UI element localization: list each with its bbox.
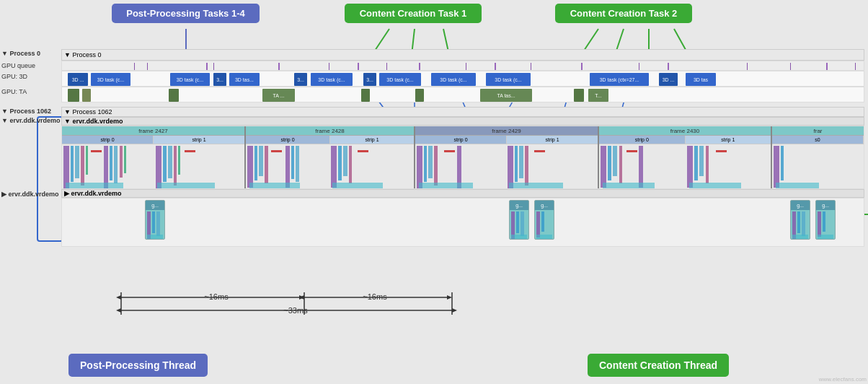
frame-2429: frame 2429 strip 0 strip 1 [415,126,599,189]
svg-marker-28 [116,295,121,300]
process1062-label: ▼ Process 1062 [1,108,51,115]
post-processing-label: Post-Processing Tasks 1-4 [112,4,260,23]
process0-header: ▼ Process 0 [61,49,864,61]
process1062-header: ▼ Process 1062 [61,107,864,117]
gpu-ta-label: GPU: TA [1,88,27,95]
measurement-33ms: ~33ms [249,306,342,315]
vrdemo-top-content: frame 2427 strip 0 strip 1 [61,126,864,189]
svg-marker-32 [447,295,452,300]
svg-marker-34 [116,308,121,313]
measurement-16ms-2: ~16ms [339,292,411,301]
gpu-3d-label: GPU: 3D [1,73,27,80]
vrdemo-top-label: ▼ ervr.ddk.vrdemo [1,117,60,124]
watermark: www.elecfans.com [819,376,867,383]
svg-marker-31 [299,295,304,300]
vrdemo-top-header: ▼ ervr.ddk.vrdemo [61,117,864,126]
frame-2430: frame 2430 strip 0 strip 1 [599,126,772,189]
frame-2428: frame 2428 strip 0 strip 1 [246,126,415,189]
svg-rect-39 [37,117,63,241]
gpu-3d-row: 3D ... 3D task (c... 3D task (c... 3... … [61,71,864,87]
gpu-ta-row: TA ... TA tas... T... [61,87,864,102]
bottom-content-creation-label: Content Creation Thread [588,354,729,377]
frame-2427: frame 2427 strip 0 strip 1 [62,126,246,189]
vrdemo-bottom-label: ▶ ervr.ddk.vrdemo [1,191,59,198]
svg-marker-29 [299,295,304,300]
gpu-queue-label: GPU queue [1,62,35,69]
vrdemo-bottom-content: g... g... g... [61,198,864,247]
content-creation-1-label: Content Creation Task 1 [345,4,482,23]
vrdemo-bottom-header: ▶ ervr.ddk.vrdemo [61,189,864,198]
gpu-queue-row [61,61,864,71]
measurement-16ms-1: ~16ms [169,292,263,301]
main-container: Post-Processing Tasks 1-4 Content Creati… [0,0,868,384]
bottom-post-processing-label: Post-Processing Thread [68,354,208,377]
process0-label: ▼ Process 0 [1,50,40,57]
frame-partial: frar s0 [772,126,864,189]
svg-marker-35 [452,308,457,313]
content-creation-2-label: Content Creation Task 2 [555,4,692,23]
